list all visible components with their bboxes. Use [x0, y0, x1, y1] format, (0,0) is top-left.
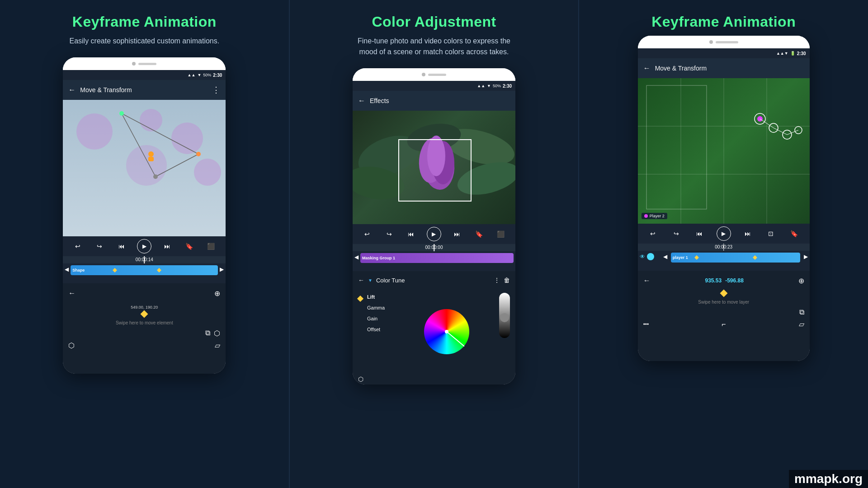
left-clip-diamond-1: [113, 268, 117, 272]
left-bottom-panel: ← ⊕ 549.00, 190.20 Swipe here to move el…: [63, 283, 226, 374]
left-app-bar-title: Move & Transform: [80, 86, 208, 94]
right-skip-end-btn[interactable]: ⏭: [741, 227, 754, 240]
center-dot1: [422, 73, 425, 76]
center-app-bar: ← Effects: [353, 91, 515, 111]
left-signal-icon: ▲▲: [188, 73, 196, 77]
center-track-clip[interactable]: Masking Group 1: [360, 253, 514, 263]
center-skip-end-btn[interactable]: ⏭: [451, 228, 463, 240]
right-battery-icon: 🔋: [790, 51, 795, 56]
left-copy-icon[interactable]: ⧉: [205, 329, 210, 338]
right-bottom-nav-row: ← 935.53 -596.88 ⊕: [638, 271, 810, 291]
tune-option-lift[interactable]: Lift: [367, 293, 394, 301]
left-skip-end-btn[interactable]: ⏭: [161, 240, 174, 253]
center-tune-keyframe-diamond: [357, 296, 363, 302]
center-track-nav-left[interactable]: ◀: [354, 254, 359, 260]
center-status-time: 2:30: [503, 84, 512, 89]
left-play-btn[interactable]: ▶: [137, 239, 151, 253]
left-bottom-action-row: ⧉ ⬡: [63, 325, 226, 341]
left-timeline-track-area: 00:00:14 ◀ Shape ▶: [63, 256, 226, 283]
right-copy-icon[interactable]: ⧉: [799, 308, 804, 316]
left-track-row: ◀ Shape ▶: [63, 263, 226, 275]
left-skip-start-btn[interactable]: ⏮: [115, 240, 128, 253]
left-bottom-nav-row: ← ⊕: [63, 283, 226, 303]
center-clip-label: Masking Group 1: [362, 256, 395, 260]
left-track-nav-right[interactable]: ▶: [220, 266, 224, 272]
kf-svg-lines: [63, 100, 226, 236]
left-track-clip[interactable]: Shape: [71, 265, 218, 275]
speaker-bar: [138, 63, 156, 65]
tune-option-offset[interactable]: Offset: [367, 325, 394, 333]
right-move-icon[interactable]: ⊕: [798, 277, 804, 285]
left-bottom-back-btn[interactable]: ←: [68, 289, 75, 297]
center-phone-mockup: ▲▲ ▼ 50% 2:30 ← Effects: [353, 68, 515, 385]
right-corner-icon[interactable]: ⌐: [722, 320, 726, 328]
right-crop-btn[interactable]: 🔖: [788, 227, 801, 240]
center-tune-delete-btn[interactable]: 🗑: [504, 277, 510, 284]
center-timeline-ruler: 00:00:00: [353, 244, 515, 251]
left-extra-icon[interactable]: ⬡: [68, 341, 75, 350]
left-value-display: 549.00, 190.20: [63, 305, 226, 310]
right-track-clip[interactable]: player 1: [671, 253, 800, 263]
right-track-nav-right[interactable]: ▶: [804, 253, 808, 260]
right-bottom-action-row: ⧉: [638, 305, 810, 320]
left-undo-btn[interactable]: ↩: [71, 240, 84, 253]
right-dots-menu[interactable]: •••: [643, 321, 649, 328]
center-play-btn[interactable]: ▶: [427, 227, 441, 241]
right-undo-btn[interactable]: ↩: [646, 227, 659, 240]
center-brightness-handle[interactable]: [500, 313, 509, 322]
center-brightness-slider[interactable]: [499, 293, 510, 338]
right-parallelogram-icon[interactable]: ▱: [799, 320, 804, 328]
left-phone-dots: [132, 62, 156, 66]
center-wifi-icon: ▼: [487, 84, 491, 88]
center-bottom-icon[interactable]: ⬡: [358, 375, 363, 383]
center-bookmark-btn[interactable]: 🔖: [472, 228, 485, 240]
center-speaker-bar: [428, 74, 446, 76]
right-phone-mockup: ▲▲▼ 🔋 2:30 ← Move & Transform: [638, 36, 810, 361]
svg-point-6: [148, 151, 154, 157]
right-back-icon[interactable]: ←: [643, 64, 651, 72]
left-expand-icon[interactable]: ⬡: [214, 329, 220, 338]
left-video-area: [63, 100, 226, 236]
right-panel-title: Keyframe Animation: [651, 14, 796, 30]
right-play-btn[interactable]: ▶: [717, 226, 731, 241]
left-crop-btn[interactable]: ⬛: [205, 240, 217, 253]
svg-point-4: [196, 152, 201, 156]
right-app-bar: ← Move & Transform: [638, 58, 810, 78]
center-phone-screen: ▲▲ ▼ 50% 2:30 ← Effects: [353, 81, 515, 385]
left-back-icon[interactable]: ←: [68, 86, 75, 94]
center-redo-btn[interactable]: ↪: [383, 228, 396, 240]
center-timeline-controls: ↩ ↪ ⏮ ▶ ⏭ 🔖 ⬛: [353, 224, 515, 244]
center-undo-btn[interactable]: ↩: [361, 228, 373, 240]
center-status-bar: ▲▲ ▼ 50% 2:30: [353, 81, 515, 91]
tune-option-gain[interactable]: Gain: [367, 314, 394, 323]
right-clip-diamond-2: [753, 255, 757, 260]
center-tune-keyframe-area: [358, 293, 363, 370]
right-eye-icon[interactable]: 👁: [640, 253, 645, 260]
center-tune-expand-icon[interactable]: ▼: [368, 278, 373, 283]
tune-option-gamma[interactable]: Gamma: [367, 304, 394, 312]
center-app-bar-title: Effects: [370, 97, 510, 104]
left-parallelogram-icon[interactable]: ▱: [215, 341, 220, 350]
center-video-area: [353, 111, 515, 224]
right-bottom-back-btn[interactable]: ←: [643, 277, 651, 285]
left-redo-btn[interactable]: ↪: [93, 240, 106, 253]
left-menu-icon[interactable]: ⋮: [212, 85, 220, 95]
center-timeline-track-area: 00:00:00 ◀ Masking Group 1: [353, 244, 515, 271]
left-bookmark-btn[interactable]: 🔖: [183, 240, 195, 253]
right-track-nav-left[interactable]: ◀: [663, 253, 667, 260]
right-redo-btn[interactable]: ↪: [670, 227, 683, 240]
center-back-icon[interactable]: ←: [358, 97, 365, 105]
center-tune-back-btn[interactable]: ←: [358, 277, 364, 284]
right-skip-start-btn[interactable]: ⏮: [693, 227, 706, 240]
left-phone-notch: [63, 57, 226, 70]
left-timeline-ruler: 00:00:14: [63, 256, 226, 263]
center-color-wheel[interactable]: [424, 309, 469, 354]
right-keyframe-diamond: [720, 290, 727, 297]
center-tune-menu-btn[interactable]: ⋮: [494, 277, 500, 284]
left-move-icon[interactable]: ⊕: [214, 289, 220, 298]
right-bookmark-btn[interactable]: ⊡: [764, 227, 777, 240]
left-track-nav-left[interactable]: ◀: [65, 266, 69, 272]
center-phone-dots: [422, 73, 446, 76]
center-skip-start-btn[interactable]: ⏮: [405, 228, 417, 240]
center-crop-btn[interactable]: ⬛: [495, 228, 507, 240]
